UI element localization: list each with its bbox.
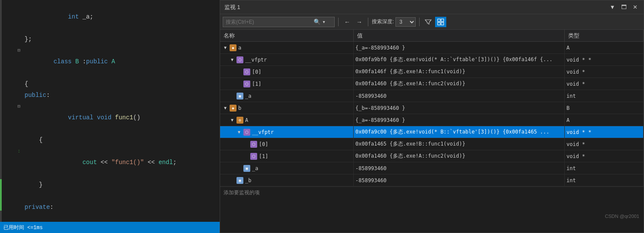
- pointer-icon: ⬡: [250, 153, 257, 160]
- table-row[interactable]: ▶ ▣ _a -858993460 int: [220, 162, 644, 174]
- td-type: int: [565, 162, 644, 174]
- depth-select[interactable]: 3 1 2 4 5: [395, 17, 416, 27]
- table-row[interactable]: ▶ ⬡ [1] 0x00fa1460 {多态.exe!A::func2(void…: [220, 78, 644, 90]
- td-type: A: [565, 42, 644, 53]
- td-type: void *: [565, 138, 644, 150]
- close-btn[interactable]: ✕: [631, 3, 639, 11]
- td-value: -858993460: [354, 174, 565, 186]
- code-line: {: [0, 134, 220, 146]
- table-row[interactable]: ▼ ⬡ __vfptr 0x00fa9bf0 {多态.exe!void(* A:…: [220, 54, 644, 66]
- td-value: 0x00fa9c00 {多态.exe!void(* B::`vftable'[3…: [354, 126, 565, 138]
- code-text: int _a;: [23, 0, 220, 34]
- expand-icon[interactable]: ▼: [222, 44, 229, 51]
- status-text: 已用时间 <=1ms: [3, 224, 43, 231]
- class-icon: ◆: [230, 44, 236, 51]
- code-line: private:: [0, 202, 220, 213]
- td-type: int: [565, 90, 644, 102]
- class-icon: ⚙: [236, 117, 243, 124]
- code-editor: int _a; }; ⊟ class B :public A { p: [0, 0, 220, 233]
- watch-panel: 监视 1 ▼ 🗖 ✕ 🔍 ▾ ← → 搜索深度: 3 1 2 4 5: [220, 0, 644, 233]
- search-box: 🔍 ▾: [223, 17, 335, 27]
- td-type: int: [565, 174, 644, 186]
- td-value: 0x00fa146f {多态.exe!A::func1(void)}: [354, 66, 565, 78]
- code-text: };: [23, 34, 220, 45]
- td-type: void *: [565, 78, 644, 90]
- table-row[interactable]: ▼ ⚙ A {_a=-858993460 } A: [220, 114, 644, 126]
- row-name: b: [238, 105, 241, 111]
- breakpoint-indicator: [0, 179, 2, 211]
- td-name: ▶ ⬡ [0]: [220, 66, 354, 78]
- watch-title: 监视 1: [224, 3, 608, 11]
- search-input[interactable]: [226, 19, 312, 25]
- nav-back-btn[interactable]: ←: [342, 18, 352, 26]
- td-type: A: [565, 114, 644, 126]
- code-text: public:: [23, 90, 220, 101]
- code-text: [23, 190, 220, 202]
- watch-toolbar: 🔍 ▾ ← → 搜索深度: 3 1 2 4 5: [220, 14, 644, 30]
- filter-btn[interactable]: [423, 17, 433, 27]
- row-name: [1]: [252, 81, 261, 87]
- td-value: 0x00fa9bf0 {多态.exe!void(* A::`vftable'[3…: [354, 54, 565, 65]
- td-type: void * *: [565, 54, 644, 65]
- row-name: _a: [252, 165, 258, 171]
- td-value: {_a=-858993460 }: [354, 114, 565, 126]
- td-name: ▶ ▣ _a: [220, 162, 354, 174]
- td-value: {_a=-858993460 }: [354, 42, 565, 53]
- code-line: }: [0, 179, 220, 190]
- pointer-icon: ⬡: [250, 141, 257, 148]
- search-icon[interactable]: 🔍: [314, 19, 320, 25]
- code-line: ⊟ virtual void func1(): [0, 101, 220, 134]
- table-row[interactable]: ▶ ⬡ [0] 0x00fa1465 {多态.exe!B::func1(void…: [220, 138, 644, 150]
- td-value: 0x00fa1460 {多态.exe!A::func2(void)}: [354, 78, 565, 90]
- titlebar-controls: ▼ 🗖 ✕: [608, 3, 639, 11]
- toolbar-separator-2: [368, 18, 368, 26]
- pointer-icon: ⬡: [243, 129, 250, 136]
- td-value: {_b=-858993460 }: [354, 102, 565, 114]
- keyword: int: [68, 13, 79, 20]
- table-row[interactable]: ▶ ▣ _a -858993460 int: [220, 90, 644, 102]
- restore-btn[interactable]: 🗖: [619, 3, 628, 11]
- th-type: 类型: [565, 30, 644, 41]
- td-type: B: [565, 102, 644, 114]
- code-op: _a;: [79, 13, 93, 20]
- table-row[interactable]: ▶ ⬡ [0] 0x00fa146f {多态.exe!A::func1(void…: [220, 66, 644, 78]
- status-bar: 已用时间 <=1ms: [0, 222, 220, 233]
- svg-rect-3: [441, 22, 444, 25]
- td-name: ▶ ▣ _b: [220, 174, 354, 186]
- td-name: ▼ ⬡ __vfptr: [220, 126, 354, 138]
- fold-marker: :: [15, 146, 23, 157]
- expand-icon[interactable]: ▼: [236, 129, 243, 136]
- expand-btn[interactable]: [435, 17, 446, 27]
- row-name: [0]: [252, 69, 261, 75]
- td-value: -858993460: [354, 162, 565, 174]
- row-name: __vfptr: [245, 57, 267, 63]
- expand-icon[interactable]: ▼: [229, 56, 236, 63]
- code-line: {: [0, 78, 220, 90]
- row-name: a: [238, 45, 241, 51]
- code-text: class B :public A: [23, 45, 220, 78]
- minimize-btn[interactable]: ▼: [608, 3, 617, 11]
- expand-icon[interactable]: ▼: [229, 117, 236, 124]
- td-name: ▶ ⬡ [0]: [220, 138, 354, 150]
- row-name: [0]: [259, 141, 268, 147]
- expand-icon[interactable]: ▼: [222, 105, 229, 112]
- table-row[interactable]: ▶ ▣ _b -858993460 int: [220, 174, 644, 186]
- table-row[interactable]: ▶ ⬡ [1] 0x00fa1460 {多态.exe!A::func2(void…: [220, 150, 644, 162]
- td-name: ▼ ◆ a: [220, 42, 354, 53]
- add-watch-row[interactable]: 添加要监视的项: [220, 186, 644, 199]
- toolbar-separator-3: [419, 18, 420, 26]
- td-type: void *: [565, 66, 644, 78]
- td-value: 0x00fa1460 {多态.exe!A::func2(void)}: [354, 150, 565, 162]
- code-line: ⊟ class B :public A: [0, 45, 220, 78]
- td-name: ▼ ⬡ __vfptr: [220, 54, 354, 65]
- table-row-selected[interactable]: ▼ ⬡ __vfptr 0x00fa9c00 {多态.exe!void(* B:…: [220, 126, 644, 138]
- th-name: 名称: [220, 30, 354, 41]
- search-dropdown-btn[interactable]: ▾: [322, 19, 326, 25]
- depth-label: 搜索深度:: [372, 18, 394, 25]
- table-row[interactable]: ▼ ◆ a {_a=-858993460 } A: [220, 42, 644, 54]
- nav-forward-btn[interactable]: →: [354, 18, 364, 26]
- table-row[interactable]: ▼ ◆ b {_b=-858993460 } B: [220, 102, 644, 114]
- row-name: [1]: [259, 153, 268, 159]
- code-lines: int _a; }; ⊟ class B :public A { p: [0, 0, 220, 233]
- svg-rect-0: [438, 19, 440, 22]
